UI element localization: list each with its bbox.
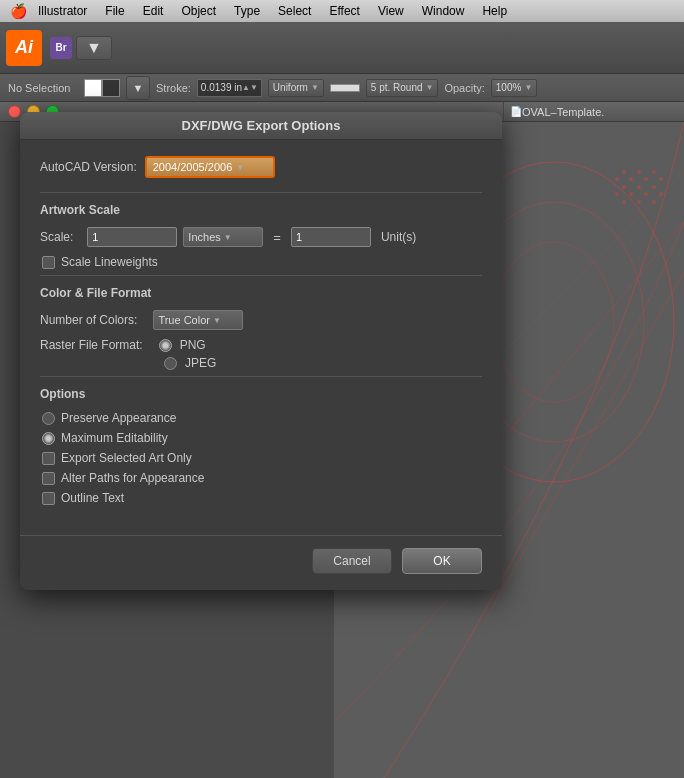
- toolbar: Ai Br ▼: [0, 22, 684, 74]
- menu-view[interactable]: View: [370, 2, 412, 20]
- jpeg-radio-row: JPEG: [164, 356, 482, 370]
- opacity-label: Opacity:: [444, 82, 484, 94]
- chevron-down-icon: ▼: [426, 83, 434, 92]
- options-bar: No Selection ▼ Stroke: 0.0139 in ▲▼ Unif…: [0, 74, 684, 102]
- fill-color-box[interactable]: [84, 79, 102, 97]
- stroke-type-dropdown[interactable]: Uniform ▼: [268, 79, 324, 97]
- opacity-dropdown[interactable]: 100% ▼: [491, 79, 538, 97]
- autocad-version-row: AutoCAD Version: 2004/2005/2006 ▼: [40, 156, 482, 178]
- outline-text-row: Outline Text: [42, 491, 482, 505]
- menu-effect[interactable]: Effect: [321, 2, 367, 20]
- dialog-title: DXF/DWG Export Options: [182, 118, 341, 133]
- svg-point-4: [622, 170, 626, 174]
- scale-label: Scale:: [40, 230, 73, 244]
- menu-file[interactable]: File: [97, 2, 132, 20]
- options-section-title: Options: [40, 387, 482, 401]
- outline-text-label: Outline Text: [61, 491, 124, 505]
- apple-icon: 🍎: [10, 3, 27, 19]
- alter-paths-row: Alter Paths for Appearance: [42, 471, 482, 485]
- jpeg-label: JPEG: [185, 356, 216, 370]
- number-colors-dropdown[interactable]: True Color ▼: [153, 310, 243, 330]
- raster-format-row: Raster File Format: PNG: [40, 338, 482, 352]
- svg-point-17: [629, 192, 633, 196]
- color-file-format-title: Color & File Format: [40, 286, 482, 300]
- ok-button[interactable]: OK: [402, 548, 482, 574]
- export-selected-art-row: Export Selected Art Only: [42, 451, 482, 465]
- dialog-footer: Cancel OK: [20, 535, 502, 590]
- svg-point-6: [652, 170, 656, 174]
- svg-point-9: [652, 185, 656, 189]
- svg-point-5: [637, 170, 641, 174]
- scale-row: Scale: 1 Inches ▼ = 1 Unit(s): [40, 227, 482, 247]
- dialog-title-bar: DXF/DWG Export Options: [20, 112, 502, 140]
- menu-bar: 🍎 Illustrator File Edit Object Type Sele…: [0, 0, 684, 22]
- preserve-appearance-label: Preserve Appearance: [61, 411, 176, 425]
- br-badge[interactable]: Br: [50, 37, 72, 59]
- stroke-label: Stroke:: [156, 82, 191, 94]
- number-of-colors-row: Number of Colors: True Color ▼: [40, 310, 482, 330]
- preserve-appearance-row: Preserve Appearance: [42, 411, 482, 425]
- ai-logo: Ai: [6, 30, 42, 66]
- close-button[interactable]: [8, 105, 21, 118]
- maximum-editability-row: Maximum Editability: [42, 431, 482, 445]
- cancel-button[interactable]: Cancel: [312, 548, 392, 574]
- stroke-preview: [330, 84, 360, 92]
- scale-lineweights-row: Scale Lineweights: [42, 255, 482, 269]
- svg-point-10: [629, 177, 633, 181]
- chevron-down-icon: ▼: [524, 83, 532, 92]
- file-icon: 📄: [510, 106, 522, 117]
- autocad-version-label: AutoCAD Version:: [40, 160, 137, 174]
- autocad-version-dropdown[interactable]: 2004/2005/2006 ▼: [145, 156, 275, 178]
- svg-point-18: [644, 192, 648, 196]
- raster-format-label: Raster File Format:: [40, 338, 143, 352]
- scale-lineweights-checkbox[interactable]: [42, 256, 55, 269]
- menu-window[interactable]: Window: [414, 2, 473, 20]
- preserve-appearance-radio[interactable]: [42, 412, 55, 425]
- svg-point-13: [615, 177, 619, 181]
- selection-status: No Selection: [8, 82, 78, 94]
- svg-point-14: [622, 200, 626, 204]
- equals-sign: =: [269, 230, 285, 245]
- menu-help[interactable]: Help: [474, 2, 515, 20]
- export-selected-art-checkbox[interactable]: [42, 452, 55, 465]
- outline-text-checkbox[interactable]: [42, 492, 55, 505]
- window-title: OVAL–Template.: [522, 106, 604, 118]
- svg-point-7: [622, 185, 626, 189]
- toolbar-mode-button[interactable]: ▼: [76, 36, 112, 60]
- window-title-bar: 📄 OVAL–Template.: [504, 102, 684, 122]
- menu-type[interactable]: Type: [226, 2, 268, 20]
- jpeg-radio[interactable]: [164, 357, 177, 370]
- alter-paths-checkbox[interactable]: [42, 472, 55, 485]
- divider-3: [40, 376, 482, 377]
- unit-value-input[interactable]: 1: [291, 227, 371, 247]
- chevron-down-icon: ▼: [213, 316, 221, 325]
- stroke-value-input[interactable]: 0.0139 in ▲▼: [197, 79, 262, 97]
- maximum-editability-label: Maximum Editability: [61, 431, 168, 445]
- stroke-color-box[interactable]: [102, 79, 120, 97]
- svg-point-11: [644, 177, 648, 181]
- number-colors-label: Number of Colors:: [40, 313, 137, 327]
- dxf-dwg-dialog: DXF/DWG Export Options AutoCAD Version: …: [20, 112, 502, 590]
- dialog-body: AutoCAD Version: 2004/2005/2006 ▼ Artwor…: [20, 140, 502, 527]
- units-suffix: Unit(s): [381, 230, 416, 244]
- round-cap-dropdown[interactable]: 5 pt. Round ▼: [366, 79, 439, 97]
- svg-point-15: [637, 200, 641, 204]
- export-selected-art-label: Export Selected Art Only: [61, 451, 192, 465]
- scale-lineweights-label: Scale Lineweights: [61, 255, 158, 269]
- png-label: PNG: [180, 338, 206, 352]
- chevron-down-icon: ▼: [311, 83, 319, 92]
- svg-point-19: [615, 192, 619, 196]
- menu-edit[interactable]: Edit: [135, 2, 172, 20]
- svg-point-12: [659, 177, 663, 181]
- menu-select[interactable]: Select: [270, 2, 319, 20]
- units-dropdown[interactable]: Inches ▼: [183, 227, 263, 247]
- scale-value-input[interactable]: 1: [87, 227, 177, 247]
- menu-illustrator[interactable]: Illustrator: [30, 2, 95, 20]
- menu-object[interactable]: Object: [173, 2, 224, 20]
- png-radio[interactable]: [159, 339, 172, 352]
- maximum-editability-radio[interactable]: [42, 432, 55, 445]
- alter-paths-label: Alter Paths for Appearance: [61, 471, 204, 485]
- divider-1: [40, 192, 482, 193]
- color-mode-button[interactable]: ▼: [126, 76, 150, 100]
- apple-menu[interactable]: 🍎: [8, 0, 28, 22]
